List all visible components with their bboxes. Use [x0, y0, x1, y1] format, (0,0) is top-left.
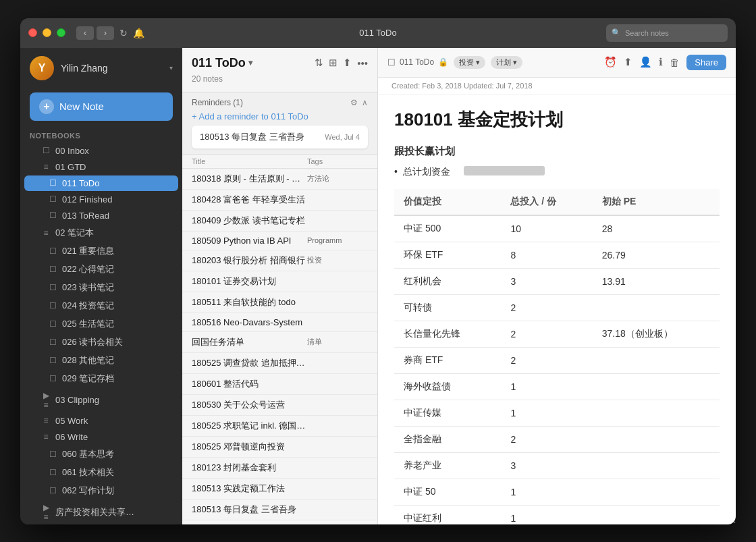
item-icon-toread: ☐ [47, 211, 58, 220]
note-content: 180101 基金定投计划 跟投长赢计划 • 总计划资金 价值定投总投入 / 份… [378, 94, 736, 524]
share-button[interactable]: Share [686, 55, 726, 70]
item-icon-061: ☐ [47, 468, 58, 477]
sort-icon[interactable]: ⇅ [315, 57, 323, 69]
sidebar-item-todo[interactable]: ☐ 011 ToDo [24, 175, 178, 191]
minimize-button[interactable] [43, 28, 51, 37]
note-list-item[interactable]: 180525 调查贷款 追加抵押物的相... [182, 353, 377, 374]
note-list-item[interactable]: 180516 Neo-Davars-System [182, 313, 377, 332]
alarm-icon[interactable]: ⏰ [604, 56, 617, 68]
sidebar-item-026[interactable]: ☐ 026 读书会相关 [24, 333, 178, 351]
collapse-icon[interactable]: ∧ [362, 98, 368, 107]
reminder-note-item[interactable]: 180513 每日复盘 三省吾身 Wed, Jul 4 [192, 126, 368, 148]
note-list-item[interactable]: 180525 邓普顿逆向投资 [182, 437, 377, 458]
note-list-item[interactable]: 180428 富爸爸 年轻享受生活 [182, 190, 377, 211]
note-list-item[interactable]: 180525 求职笔记 inkl. 德国技术牛... [182, 416, 377, 437]
sidebar-item-061[interactable]: ☐ 061 技术相关 [24, 464, 178, 481]
note-title: 180509 Python via IB API [192, 236, 307, 246]
sidebar-item-house[interactable]: ▶ ≡ 房产投资相关共享… [24, 500, 178, 524]
note-list-item[interactable]: 180101 证券交易计划 [182, 271, 377, 292]
note-title: 180525 邓普顿逆向投资 [192, 441, 307, 453]
note-list-item[interactable]: 180601 整活代码 [182, 374, 377, 395]
user-profile[interactable]: Y Yilin Zhang ▾ [20, 48, 182, 88]
notes-column-headers: Title Tags [182, 155, 377, 169]
item-label-inbox: 00 Inbox [55, 146, 89, 156]
tag-badge-invest[interactable]: 投资 ▾ [454, 56, 485, 69]
item-label-021: 021 重要信息 [62, 245, 114, 257]
sidebar-item-clipping[interactable]: ▶ ≡ 03 Clipping [24, 388, 178, 412]
notes-title-chevron: ▾ [248, 58, 252, 67]
sidebar-item-toread[interactable]: ☐ 013 ToRead [24, 208, 178, 223]
table-cell [593, 373, 720, 400]
table-cell: 1 [501, 479, 592, 505]
sidebar-item-gtd[interactable]: ≡ 01 GTD [24, 159, 178, 175]
more-icon[interactable]: ••• [357, 57, 368, 69]
close-button[interactable] [28, 28, 37, 37]
note-list-item[interactable]: 180205 北极星 生活 [182, 520, 377, 524]
item-icon-clipping: ▶ ≡ [40, 391, 51, 410]
sidebar-item-062[interactable]: ☐ 062 写作计划 [24, 482, 178, 499]
sidebar-item-028[interactable]: ☐ 028 其他笔记 [24, 352, 178, 369]
note-list-item[interactable]: 180513 实践定额工作法 [182, 479, 377, 499]
table-cell: 环保 ETF [394, 242, 501, 268]
note-list-item[interactable]: 180409 少数派 读书笔记专栏 [182, 211, 377, 232]
export-icon[interactable]: ⬆ [343, 57, 352, 69]
tag-invest-chevron: ▾ [476, 58, 480, 67]
note-list-item[interactable]: 180511 来自软技能的 todo [182, 292, 377, 313]
note-title: 180525 调查贷款 追加抵押物的相... [192, 357, 307, 369]
sidebar-item-023[interactable]: ☐ 023 读书笔记 [24, 279, 178, 296]
item-label-todo: 011 ToDo [62, 178, 99, 188]
tag-badge-plan[interactable]: 计划 ▾ [491, 56, 522, 69]
sync-icon[interactable]: ↻ [119, 28, 128, 38]
bell-icon[interactable]: 🔔 [133, 28, 144, 38]
item-label-022: 022 心得笔记 [62, 263, 114, 275]
add-reminder-button[interactable]: + Add a reminder to 011 ToDo [192, 111, 368, 121]
sidebar-item-029[interactable]: ☐ 029 笔记存档 [24, 370, 178, 387]
app-window: ‹ › 011 ToDo ↻ 🔔 🔍 Search notes Y Yilin … [20, 18, 736, 524]
tag-plan-label: 计划 [496, 57, 511, 67]
sidebar-item-024[interactable]: ☐ 024 投资笔记 [24, 297, 178, 315]
sidebar-item-021[interactable]: ☐ 021 重要信息 [24, 242, 178, 260]
sidebar-item-work[interactable]: ≡ 05 Work [24, 413, 178, 429]
share-icon[interactable]: ⬆ [624, 56, 632, 68]
note-list-item[interactable]: 180123 封闭基金套利 [182, 458, 377, 479]
trash-icon[interactable]: 🗑 [670, 57, 680, 68]
search-placeholder: Search notes [625, 29, 669, 37]
sidebar-item-notebook[interactable]: ≡ 02 笔记本 [24, 224, 178, 242]
note-main-title: 180101 基金定投计划 [394, 108, 720, 132]
item-icon-notebook: ≡ [40, 228, 51, 238]
note-list-item[interactable]: 180203 银行股分析 招商银行 投资 [182, 250, 377, 271]
back-button[interactable]: ‹ [76, 26, 94, 40]
notes-count: 20 notes [192, 74, 368, 84]
note-list-item[interactable]: 回国任务清单 清单 [182, 332, 377, 353]
reminders-title: Reminders (1) [192, 98, 243, 107]
main-content: Y Yilin Zhang ▾ + New Note Notebooks ☐ 0… [20, 48, 736, 524]
new-note-button[interactable]: + New Note [30, 92, 173, 121]
search-bar[interactable]: 🔍 Search notes [606, 24, 728, 42]
table-row: 全指金融2 [394, 426, 720, 452]
note-tag: 投资 [307, 255, 368, 265]
gear-icon[interactable]: ⚙ [350, 98, 358, 107]
notes-list: 180318 原则 - 生活原则 - 雷·达里奥 方法论180428 富爸爸 年… [182, 169, 377, 524]
view-icon[interactable]: ⊞ [329, 57, 338, 69]
table-cell: 红利机会 [394, 268, 501, 294]
search-icon: 🔍 [612, 28, 621, 37]
user-icon[interactable]: 👤 [639, 56, 652, 68]
maximize-button[interactable] [57, 28, 65, 37]
info-icon[interactable]: ℹ [659, 56, 663, 68]
sidebar-item-inbox[interactable]: ☐ 00 Inbox [24, 143, 178, 159]
item-label-toread: 013 ToRead [62, 211, 109, 221]
table-cell: 26.79 [593, 242, 720, 268]
forward-button[interactable]: › [97, 26, 114, 40]
note-list-item[interactable]: 180318 原则 - 生活原则 - 雷·达里奥 方法论 [182, 169, 377, 190]
sidebar-item-025[interactable]: ☐ 025 生活笔记 [24, 315, 178, 333]
sidebar-item-060[interactable]: ☐ 060 基本思考 [24, 445, 178, 463]
sidebar-item-022[interactable]: ☐ 022 心得笔记 [24, 261, 178, 278]
sidebar-item-finished[interactable]: ☐ 012 Finished [24, 192, 178, 207]
table-header-cell: 总投入 / 份 [501, 189, 592, 215]
note-list-item[interactable]: 180513 每日复盘 三省吾身 [182, 499, 377, 520]
item-icon-026: ☐ [47, 337, 58, 347]
note-list-item[interactable]: 180509 Python via IB API Programm [182, 232, 377, 250]
sidebar-item-write[interactable]: ≡ 06 Write [24, 429, 178, 445]
note-list-item[interactable]: 180530 关于公众号运营 [182, 395, 377, 416]
titlebar-icons: ↻ 🔔 [119, 28, 144, 38]
